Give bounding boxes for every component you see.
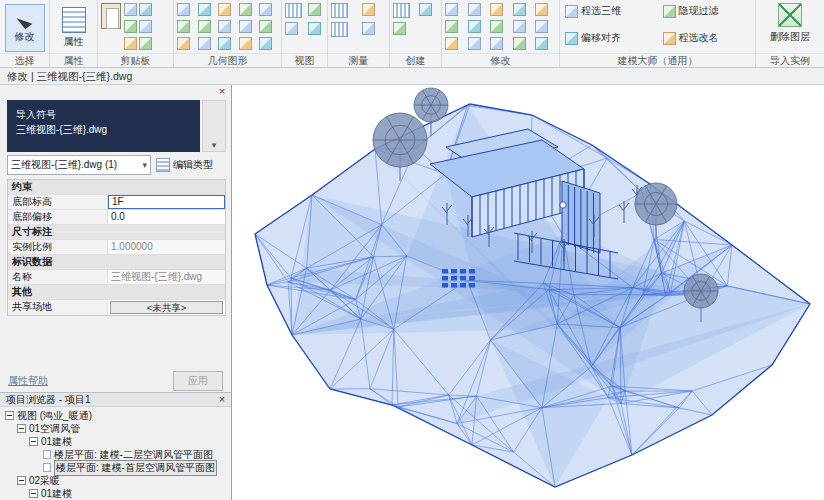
tool-icon[interactable] — [139, 3, 152, 16]
ribbon-group-label-master[interactable]: 建模大师（通用） — [560, 53, 755, 67]
prop-row-base-level: 底部标高 1F — [8, 195, 225, 210]
type-preview: 导入符号 三维视图-{三维}.dwg ▾ — [7, 100, 226, 152]
master-button[interactable]: 隐现过滤 — [661, 3, 753, 19]
tool-icon[interactable] — [285, 22, 298, 35]
collapse-icon[interactable] — [17, 424, 26, 433]
tree-item[interactable]: 01建模 — [0, 487, 231, 500]
array-icon[interactable] — [490, 37, 503, 50]
tool-icon[interactable] — [177, 20, 190, 33]
offset-align-icon — [565, 32, 578, 45]
ribbon-group-label-modify[interactable]: 修改 — [442, 53, 559, 67]
view-tool-icon[interactable] — [285, 3, 302, 18]
copy-icon[interactable] — [124, 20, 137, 33]
collapse-icon[interactable] — [5, 411, 14, 420]
drawing-canvas[interactable] — [232, 85, 824, 500]
ribbon-group-label-properties[interactable]: 属性 — [50, 53, 97, 67]
trim-icon[interactable] — [468, 37, 481, 50]
delete-layers-label: 删除图层 — [770, 30, 810, 44]
tool-icon[interactable] — [535, 20, 548, 33]
tree-item[interactable]: 02采暖 — [0, 474, 231, 487]
tool-icon[interactable] — [177, 3, 190, 16]
tree-item[interactable]: 视图 (鸿业_暖通) — [0, 409, 231, 422]
ribbon-group-label-geometry[interactable]: 几何图形 — [174, 53, 281, 67]
tool-icon[interactable] — [139, 20, 152, 33]
tool-icon[interactable] — [362, 22, 375, 35]
properties-toggle-button[interactable]: 属性 — [54, 4, 94, 52]
base-offset-field[interactable]: 0.0 — [108, 210, 225, 224]
explode-icon[interactable] — [778, 3, 802, 27]
pin-icon[interactable] — [513, 20, 526, 33]
properties-help-link[interactable]: 属性帮助 — [8, 374, 48, 388]
split-icon[interactable] — [490, 20, 503, 33]
ribbon-group-label-view[interactable]: 视图 — [282, 53, 327, 67]
tool-icon[interactable] — [198, 37, 211, 50]
ribbon-group-label-measure[interactable]: 测量 — [328, 53, 389, 67]
ribbon-group-label-select[interactable]: 选择 — [0, 53, 49, 67]
collapse-icon[interactable] — [29, 437, 38, 446]
tool-icon[interactable] — [239, 3, 252, 16]
apply-button[interactable]: 应用 — [173, 371, 223, 391]
tool-icon[interactable] — [419, 3, 432, 16]
tree-item-label: 楼层平面: 建模-首层空调风管平面图 — [54, 460, 217, 476]
close-icon[interactable]: × — [216, 86, 228, 98]
tool-icon[interactable] — [308, 3, 321, 16]
tool-icon[interactable] — [259, 37, 272, 50]
ribbon-group-label-create[interactable]: 创建 — [390, 53, 441, 67]
cut-icon[interactable] — [124, 3, 137, 16]
master-button[interactable]: 偏移对齐 — [563, 30, 655, 46]
ribbon-group-label-import[interactable]: 导入实例 — [756, 53, 824, 67]
tool-icon[interactable] — [308, 22, 321, 35]
create-group-icon[interactable] — [393, 3, 410, 18]
scale-icon[interactable] — [513, 3, 526, 16]
delete-layers-button[interactable]: 删除图层 — [768, 29, 812, 45]
collapse-icon[interactable] — [17, 476, 26, 485]
base-level-field[interactable]: 1F — [108, 195, 225, 209]
tool-icon[interactable] — [177, 37, 190, 50]
prop-row-name: 名称 三维视图-{三维}.dwg — [8, 270, 225, 285]
paste-icon[interactable] — [101, 3, 121, 29]
mirror-icon[interactable] — [468, 3, 481, 16]
move-icon[interactable] — [445, 3, 458, 16]
pick-3d-icon — [565, 5, 578, 18]
type-selector[interactable]: 三维视图-{三维}.dwg (1) ▾ — [7, 155, 151, 175]
tree-item[interactable]: 01建模 — [0, 435, 231, 448]
copy-tool-icon[interactable] — [445, 20, 458, 33]
tool-icon[interactable] — [218, 37, 231, 50]
shared-site-button[interactable]: <未共享> — [110, 301, 223, 314]
tool-icon[interactable] — [198, 3, 211, 16]
align-icon[interactable] — [468, 20, 481, 33]
tool-icon[interactable] — [239, 37, 252, 50]
ribbon-group-select: 修改 选择 — [0, 0, 50, 67]
master-button[interactable]: 程选改名 — [661, 30, 753, 46]
ribbon-group-modify: 修改 — [442, 0, 560, 67]
dimension-icon[interactable] — [331, 22, 348, 37]
master-button[interactable]: 程选三维 — [563, 3, 655, 19]
tool-icon[interactable] — [139, 37, 152, 50]
rotate-icon[interactable] — [445, 37, 458, 50]
unpin-icon[interactable] — [513, 37, 526, 50]
edit-type-button[interactable]: 编辑类型 — [154, 155, 226, 175]
type-name: 三维视图-{三维}.dwg — [16, 122, 191, 137]
preview-scrollbar[interactable]: ▾ — [202, 100, 226, 152]
measure-icon[interactable] — [331, 3, 348, 18]
tool-icon[interactable] — [218, 20, 231, 33]
match-type-icon[interactable] — [124, 37, 137, 50]
tool-icon[interactable] — [362, 3, 375, 16]
tree-item-selected[interactable]: 楼层平面: 建模-首层空调风管平面图 — [0, 461, 231, 474]
ribbon-group-label-clipboard[interactable]: 剪贴板 — [98, 53, 173, 67]
tool-icon[interactable] — [393, 22, 406, 35]
dwg-wireframe-model — [232, 85, 824, 500]
tool-icon[interactable] — [259, 20, 272, 33]
context-bar: 修改 | 三维视图-{三维}.dwg — [0, 68, 824, 85]
modify-tool-button[interactable]: 修改 — [5, 4, 45, 52]
tool-icon[interactable] — [218, 3, 231, 16]
tool-icon[interactable] — [259, 3, 272, 16]
tool-icon[interactable] — [198, 20, 211, 33]
tool-icon[interactable] — [239, 20, 252, 33]
close-icon[interactable]: × — [216, 394, 228, 406]
delete-icon[interactable] — [535, 3, 548, 16]
offset-icon[interactable] — [490, 3, 503, 16]
tree-item[interactable]: 01空调风管 — [0, 422, 231, 435]
collapse-icon[interactable] — [29, 489, 38, 498]
tool-icon[interactable] — [535, 37, 548, 50]
